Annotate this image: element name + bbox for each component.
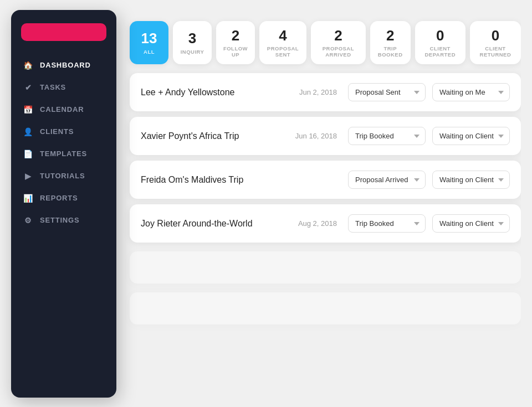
sidebar-item-label-templates: TEMPLATES [40,150,87,158]
stat-label-trip-booked: TRIP BOOKED [376,45,405,58]
stat-number-inquiry: 3 [188,30,196,47]
sidebar-item-dashboard[interactable]: 🏠DASHBOARD [11,54,116,76]
trip-date-2: Jun 16, 2018 [295,132,337,140]
sidebar-item-label-clients: CLIENTS [40,127,74,136]
stats-row: 13ALL3INQUIRY2FOLLOW UP4PROPOSAL SENT2PR… [130,21,521,65]
stat-number-trip-booked: 2 [386,28,394,44]
sidebar-item-clients[interactable]: 👤CLIENTS [11,121,116,143]
stat-label-proposal-arrived: PROPOSAL ARRIVED [316,45,360,58]
sidebar-item-settings[interactable]: ⚙SETTINGS [11,209,116,231]
tutorials-icon: ▶ [23,171,33,181]
stat-label-all: ALL [144,49,155,55]
trip-name-3: Freida Om's Maldives Trip [141,175,341,185]
stat-number-proposal-arrived: 2 [334,28,342,44]
stat-card-all[interactable]: 13ALL [130,21,168,65]
reports-icon: 📊 [23,193,33,203]
templates-icon: 📄 [23,149,33,159]
trip-row-2: Xavier Poynt's Africa TripJun 16, 2018In… [130,117,521,155]
trips-list: Lee + Andy YellowstoneJun 2, 2018Inquiry… [130,73,521,243]
trip-row-3: Freida Om's Maldives TripInquiryFollow U… [130,161,521,199]
stat-card-trip-booked[interactable]: 2TRIP BOOKED [370,21,411,65]
stat-card-inquiry[interactable]: 3INQUIRY [173,21,212,65]
trip-name-2: Xavier Poynt's Africa Trip [141,131,289,141]
sidebar-item-tasks[interactable]: ✔TASKS [11,76,116,99]
stat-label-inquiry: INQUIRY [181,49,204,55]
trip-name-1: Lee + Andy Yellowstone [141,87,293,97]
sidebar-item-label-dashboard: DASHBOARD [40,61,91,69]
dashboard-icon: 🏠 [23,60,33,70]
trip-status-select-1[interactable]: InquiryFollow UpProposal SentProposal Ar… [348,83,426,101]
stat-label-client-returned: CLIENT RETURNED [475,45,515,58]
trip-status-select-4[interactable]: InquiryFollow UpProposal SentProposal Ar… [348,214,426,233]
settings-icon: ⚙ [23,215,33,225]
trip-waiting-select-2[interactable]: Waiting on MeWaiting on ClientComplete [432,127,510,145]
ghost-row-1 [130,251,521,284]
stat-card-client-returned[interactable]: 0CLIENT RETURNED [470,21,521,65]
stat-label-client-departed: CLIENT DEPARTED [421,45,460,58]
stat-number-all: 13 [141,30,157,47]
trip-waiting-select-3[interactable]: Waiting on MeWaiting on ClientComplete [432,171,510,189]
trip-date-1: Jun 2, 2018 [299,88,337,96]
stat-label-followup: FOLLOW UP [222,45,249,58]
create-button[interactable] [21,23,106,41]
tasks-icon: ✔ [23,83,33,92]
sidebar-item-calendar[interactable]: 📅CALENDAR [11,99,116,121]
stat-card-proposal-sent[interactable]: 4PROPOSAL SENT [259,21,306,65]
stat-card-client-departed[interactable]: 0CLIENT DEPARTED [415,21,466,65]
sidebar-item-label-tutorials: TUTORIALS [40,172,85,180]
trip-row-4: Joy Rieter Around-the-WorldAug 2, 2018In… [130,204,521,243]
app-container: 🏠DASHBOARD✔TASKS📅CALENDAR👤CLIENTS📄TEMPLA… [11,10,521,398]
nav-menu: 🏠DASHBOARD✔TASKS📅CALENDAR👤CLIENTS📄TEMPLA… [11,54,116,231]
stat-card-followup[interactable]: 2FOLLOW UP [216,21,255,65]
calendar-icon: 📅 [23,105,33,115]
trip-row-1: Lee + Andy YellowstoneJun 2, 2018Inquiry… [130,73,521,111]
sidebar-item-templates[interactable]: 📄TEMPLATES [11,143,116,165]
trip-status-select-3[interactable]: InquiryFollow UpProposal SentProposal Ar… [348,171,426,189]
stat-card-proposal-arrived[interactable]: 2PROPOSAL ARRIVED [311,21,366,65]
sidebar-item-tutorials[interactable]: ▶TUTORIALS [11,165,116,187]
sidebar-item-label-reports: REPORTS [40,194,78,202]
trip-status-select-2[interactable]: InquiryFollow UpProposal SentProposal Ar… [348,127,426,145]
stat-label-proposal-sent: PROPOSAL SENT [265,45,301,58]
stat-number-client-departed: 0 [436,28,444,44]
sidebar-item-label-settings: SETTINGS [40,216,79,224]
trip-waiting-select-4[interactable]: Waiting on MeWaiting on ClientComplete [432,214,510,233]
sidebar-item-reports[interactable]: 📊REPORTS [11,187,116,209]
sidebar: 🏠DASHBOARD✔TASKS📅CALENDAR👤CLIENTS📄TEMPLA… [11,10,116,398]
clients-icon: 👤 [23,127,33,137]
sidebar-item-label-calendar: CALENDAR [40,105,84,114]
main-content: 13ALL3INQUIRY2FOLLOW UP4PROPOSAL SENT2PR… [116,10,521,398]
trip-date-4: Aug 2, 2018 [298,219,337,228]
stat-number-followup: 2 [232,28,239,44]
stat-number-proposal-sent: 4 [279,28,287,44]
sidebar-item-label-tasks: TASKS [40,83,66,91]
ghost-row-2 [130,292,521,324]
trip-waiting-select-1[interactable]: Waiting on MeWaiting on ClientComplete [432,83,510,101]
stat-number-client-returned: 0 [492,28,499,44]
trip-name-4: Joy Rieter Around-the-World [141,219,291,229]
